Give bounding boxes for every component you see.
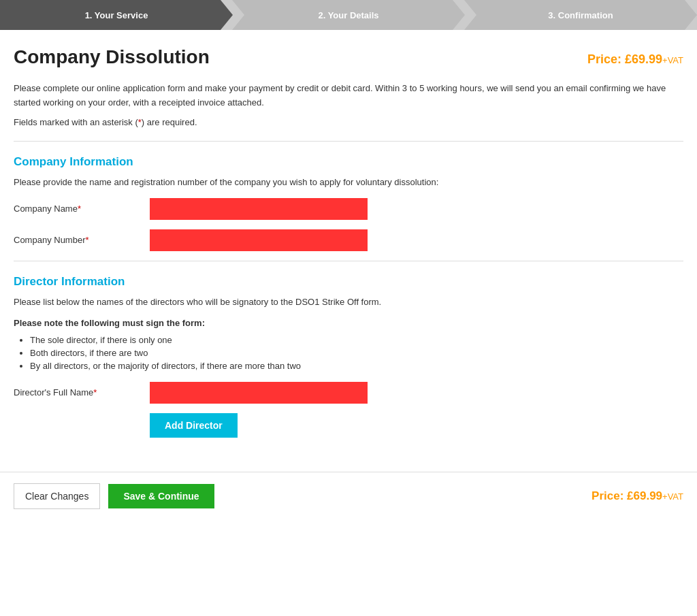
company-section-desc: Please provide the name and registration… [14,177,683,187]
company-number-input[interactable] [150,229,368,251]
director-bullets: The sole director, if there is only one … [30,335,683,371]
company-number-row: Company Number* [14,229,683,251]
director-name-input[interactable] [150,382,368,404]
company-number-label: Company Number* [14,235,150,245]
company-name-label: Company Name* [14,204,150,214]
main-content: Company Dissolution Price: £69.99+VAT Pl… [0,30,697,451]
bullet-2: Both directors, if there are two [30,348,683,358]
progress-bar: 1. Your Service 2. Your Details 3. Confi… [0,0,697,30]
clear-changes-button[interactable]: Clear Changes [14,483,100,509]
divider-2 [14,261,683,261]
director-section-title: Director Information [14,275,683,289]
divider-1 [14,141,683,142]
footer-actions: Clear Changes Save & Continue [14,483,214,509]
required-note: Fields marked with an asterisk (*) are r… [14,117,683,127]
company-name-input[interactable] [150,198,368,220]
bullet-1: The sole director, if there is only one [30,335,683,345]
company-section-title: Company Information [14,155,683,169]
add-director-button[interactable]: Add Director [150,413,238,438]
director-section-desc: Please list below the names of the direc… [14,297,683,307]
page-title: Company Dissolution [14,46,210,68]
director-info-section: Director Information Please list below t… [14,275,683,438]
company-info-section: Company Information Please provide the n… [14,155,683,251]
intro-paragraph: Please complete our online application f… [14,82,683,110]
footer-price: Price: £69.99+VAT [591,489,683,503]
director-name-label: Director's Full Name* [14,387,150,398]
page-header: Company Dissolution Price: £69.99+VAT [14,46,683,68]
progress-step-2[interactable]: 2. Your Details [232,0,465,30]
director-name-row: Director's Full Name* [14,382,683,404]
director-note: Please note the following must sign the … [14,318,683,328]
header-price: Price: £69.99+VAT [587,52,683,67]
progress-step-3[interactable]: 3. Confirmation [464,0,697,30]
bullet-3: By all directors, or the majority of dir… [30,361,683,371]
progress-step-1[interactable]: 1. Your Service [0,0,233,30]
footer: Clear Changes Save & Continue Price: £69… [0,472,697,520]
save-continue-button[interactable]: Save & Continue [108,484,214,508]
company-name-row: Company Name* [14,198,683,220]
